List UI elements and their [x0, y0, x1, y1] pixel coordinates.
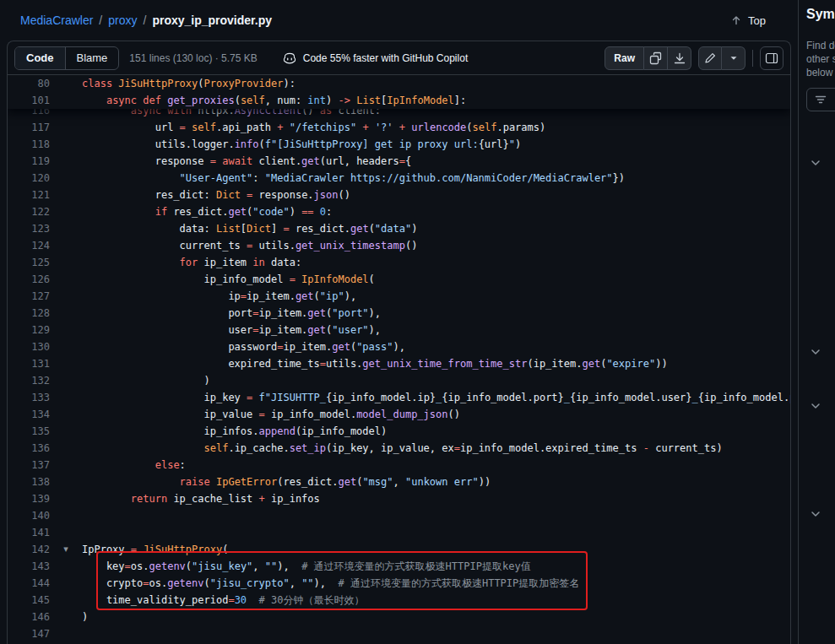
- symbols-title: Symbols: [806, 7, 835, 22]
- code-line: 80class JiSuHttpProxy(ProxyProvider):: [8, 75, 790, 92]
- fold-gutter: [50, 592, 82, 609]
- fold-gutter: [50, 220, 82, 237]
- code-text: else:: [82, 457, 186, 474]
- code-text: crypto=os.getenv("jisu_crypto", ""), # 通…: [82, 575, 579, 592]
- code-text: key=os.getenv("jisu_key", ""), # 通过环境变量的…: [82, 558, 531, 575]
- code-text: data: List[Dict] = res_dict.get("data"): [82, 220, 417, 237]
- fold-gutter: [50, 389, 82, 406]
- code-line: 101 async def get_proxies(self, num: int…: [8, 92, 790, 109]
- tab-blame[interactable]: Blame: [66, 47, 119, 69]
- line-number[interactable]: 128: [8, 305, 50, 322]
- file-toolbar: Code Blame 151 lines (130 loc) · 5.75 KB…: [8, 41, 790, 75]
- scroll-to-top-button[interactable]: Top: [723, 10, 773, 30]
- edit-button-group: [698, 46, 746, 70]
- raw-button[interactable]: Raw: [605, 46, 644, 70]
- line-number[interactable]: 133: [8, 389, 50, 406]
- symbols-panel-toggle-button[interactable]: [760, 46, 783, 70]
- line-number[interactable]: 144: [8, 575, 50, 592]
- line-number[interactable]: 132: [8, 372, 50, 389]
- line-number[interactable]: 123: [8, 220, 50, 237]
- code-text: current_ts = utils.get_unix_timestamp(): [82, 237, 417, 254]
- symbol-expander[interactable]: [807, 155, 824, 172]
- line-number[interactable]: 80: [8, 75, 50, 92]
- code-text: ip=ip_item.get("ip"),: [82, 288, 356, 305]
- edit-button[interactable]: [698, 46, 722, 70]
- line-number[interactable]: 125: [8, 254, 50, 271]
- line-number[interactable]: 101: [8, 92, 50, 109]
- line-number[interactable]: 117: [8, 119, 50, 136]
- line-number[interactable]: 134: [8, 406, 50, 423]
- tab-code[interactable]: Code: [15, 47, 66, 69]
- copy-button[interactable]: [644, 46, 668, 70]
- breadcrumb-folder-link[interactable]: proxy: [108, 14, 137, 27]
- line-number[interactable]: 135: [8, 423, 50, 440]
- line-number[interactable]: 143: [8, 558, 50, 575]
- symbols-description: Find definitions and references for func…: [806, 39, 835, 79]
- line-number[interactable]: 145: [8, 592, 50, 609]
- line-number[interactable]: 130: [8, 338, 50, 355]
- code-line: 135 ip_infos.append(ip_info_model): [8, 423, 790, 440]
- symbol-expander[interactable]: [807, 344, 824, 361]
- line-number[interactable]: 146: [8, 609, 50, 625]
- line-number[interactable]: 120: [8, 170, 50, 187]
- fold-gutter: [50, 474, 82, 490]
- code-text: for ip_item in data:: [82, 254, 301, 271]
- fold-gutter: [50, 288, 82, 305]
- line-number[interactable]: 126: [8, 271, 50, 288]
- code-text: ip_key = f"JISUHTTP_{ip_info_model.ip}_{…: [82, 389, 790, 406]
- line-number[interactable]: 122: [8, 203, 50, 220]
- fold-gutter: [50, 92, 82, 109]
- file-container: Code Blame 151 lines (130 loc) · 5.75 KB…: [7, 41, 791, 644]
- fold-gutter: [50, 558, 82, 575]
- fold-chevron-icon[interactable]: ▾: [50, 541, 82, 558]
- raw-button-group: Raw: [605, 46, 691, 70]
- copilot-banner[interactable]: Code 55% faster with GitHub Copilot: [283, 51, 468, 65]
- code-text: utils.logger.info(f"[JiSuHttpProxy] get …: [82, 136, 521, 153]
- code-blame-switcher: Code Blame: [14, 46, 119, 70]
- fold-gutter: [50, 322, 82, 338]
- code-line: 123 data: List[Dict] = res_dict.get("dat…: [8, 220, 790, 237]
- code-text: user=ip_item.get("user"),: [82, 322, 381, 338]
- breadcrumb-filename: proxy_ip_provider.py: [152, 14, 272, 27]
- fold-gutter: [50, 119, 82, 136]
- toolbar-divider: [752, 50, 753, 67]
- file-header: MediaCrawler / proxy / proxy_ip_provider…: [0, 0, 798, 41]
- download-button[interactable]: [668, 46, 691, 70]
- line-number[interactable]: 124: [8, 237, 50, 254]
- line-number[interactable]: 121: [8, 187, 50, 203]
- code-text: time_validity_period=30 # 30分钟（最长时效）: [82, 592, 364, 609]
- edit-dropdown-button[interactable]: [722, 46, 746, 70]
- fold-gutter: [50, 372, 82, 389]
- copy-icon: [649, 51, 663, 65]
- chevron-down-icon: [809, 507, 822, 521]
- line-number[interactable]: 129: [8, 322, 50, 338]
- line-number[interactable]: 139: [8, 490, 50, 507]
- breadcrumb-separator: /: [143, 14, 146, 27]
- filter-symbols-input[interactable]: [806, 88, 835, 111]
- line-number[interactable]: 118: [8, 136, 50, 153]
- line-number[interactable]: 141: [8, 524, 50, 541]
- code-line: 137 else:: [8, 457, 790, 474]
- fold-gutter: [50, 136, 82, 153]
- line-number[interactable]: 137: [8, 457, 50, 474]
- breadcrumb-repo-link[interactable]: MediaCrawler: [20, 14, 93, 27]
- code-text: ip_infos.append(ip_info_model): [82, 423, 387, 440]
- line-number[interactable]: 140: [8, 507, 50, 524]
- line-number[interactable]: 119: [8, 153, 50, 170]
- line-number[interactable]: 147: [8, 625, 50, 642]
- fold-gutter: [50, 490, 82, 507]
- fold-gutter: [50, 271, 82, 288]
- breadcrumb: MediaCrawler / proxy / proxy_ip_provider…: [20, 14, 272, 27]
- code-line: 128 port=ip_item.get("port"),: [8, 305, 790, 322]
- code-content: 116 async with httpx.AsyncClient() as cl…: [8, 102, 790, 642]
- chevron-down-icon: [809, 156, 822, 170]
- symbol-expander[interactable]: [807, 506, 824, 523]
- code-line: 141: [8, 524, 790, 541]
- code-line: 144 crypto=os.getenv("jisu_crypto", ""),…: [8, 575, 790, 592]
- symbol-expander[interactable]: [807, 398, 824, 415]
- line-number[interactable]: 131: [8, 355, 50, 372]
- line-number[interactable]: 136: [8, 440, 50, 457]
- line-number[interactable]: 138: [8, 474, 50, 490]
- line-number[interactable]: 142: [8, 541, 50, 558]
- line-number[interactable]: 127: [8, 288, 50, 305]
